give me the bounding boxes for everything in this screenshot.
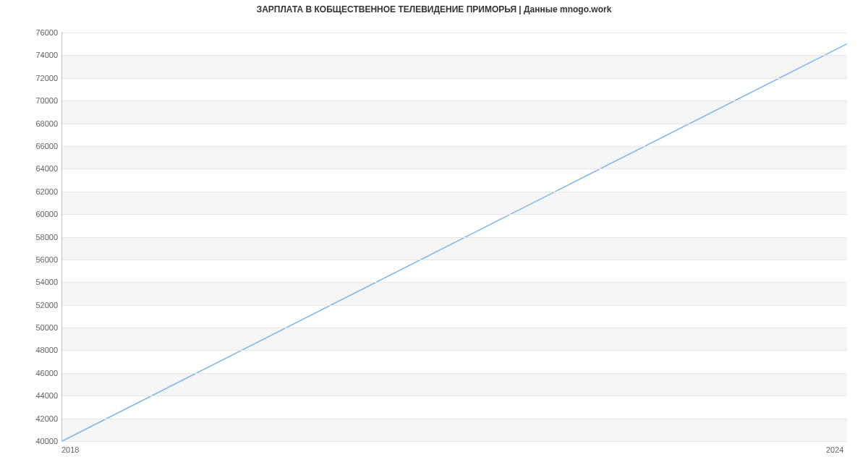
y-tick-label: 72000 [7, 74, 58, 82]
plot-area [61, 33, 847, 442]
gridline [62, 124, 847, 124]
y-tick-label: 76000 [7, 28, 58, 37]
gridline [62, 146, 847, 147]
y-tick-label: 64000 [7, 164, 58, 173]
gridline [62, 305, 847, 306]
gridline [62, 33, 847, 33]
gridline [62, 101, 847, 101]
gridline [62, 373, 847, 374]
gridline [62, 260, 847, 260]
gridline [62, 214, 847, 215]
chart-title: ЗАРПЛАТА В КОБЩЕСТВЕННОЕ ТЕЛЕВИДЕНИЕ ПРИ… [0, 4, 868, 14]
y-tick-label: 62000 [7, 187, 58, 196]
gridline [62, 78, 847, 79]
y-tick-label: 50000 [7, 323, 58, 332]
x-tick-label: 2024 [826, 445, 843, 454]
y-tick-label: 48000 [7, 346, 58, 354]
gridline [62, 192, 847, 192]
y-tick-label: 58000 [7, 233, 58, 242]
x-tick-label: 2018 [61, 445, 79, 454]
gridline [62, 168, 847, 169]
y-tick-label: 56000 [7, 255, 58, 264]
y-tick-label: 74000 [7, 51, 58, 59]
y-tick-label: 54000 [7, 278, 58, 286]
y-tick-label: 68000 [7, 119, 58, 128]
y-tick-label: 66000 [7, 142, 58, 150]
y-tick-label: 60000 [7, 210, 58, 218]
gridline [62, 350, 847, 351]
gridline [62, 328, 847, 328]
gridline [62, 441, 847, 442]
gridline [62, 419, 847, 419]
gridline [62, 282, 847, 283]
y-tick-label: 40000 [7, 437, 58, 445]
gridline [62, 55, 847, 56]
salary-line-chart: ЗАРПЛАТА В КОБЩЕСТВЕННОЕ ТЕЛЕВИДЕНИЕ ПРИ… [0, 0, 868, 470]
y-tick-label: 52000 [7, 301, 58, 309]
gridline [62, 396, 847, 396]
y-tick-label: 44000 [7, 391, 58, 400]
y-tick-label: 70000 [7, 96, 58, 105]
gridline [62, 237, 847, 238]
y-tick-label: 46000 [7, 369, 58, 377]
y-tick-label: 42000 [7, 414, 58, 423]
